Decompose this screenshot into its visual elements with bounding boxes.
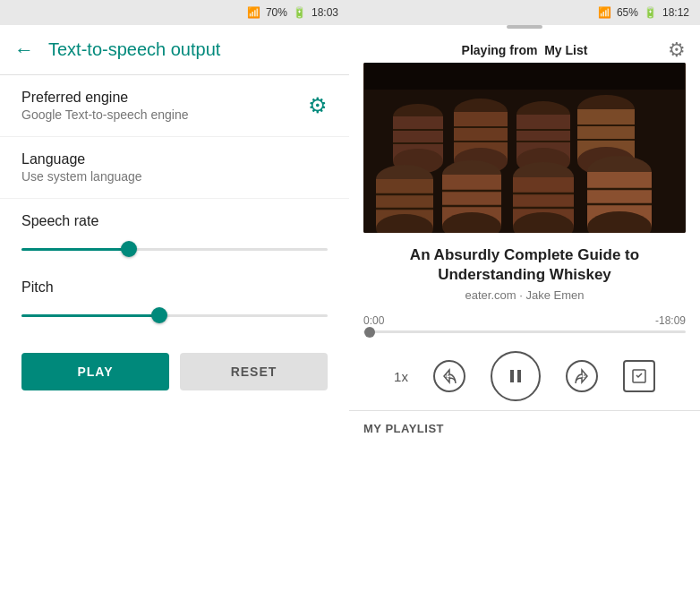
rewind-icon: 15 — [440, 366, 459, 386]
time-row: 0:00 -18:09 — [363, 314, 686, 327]
pitch-track — [21, 314, 328, 317]
speed-button[interactable]: 1x — [394, 369, 408, 384]
speech-rate-label: Speech rate — [21, 213, 328, 229]
preferred-engine-row[interactable]: Preferred engine Google Text-to-speech e… — [0, 75, 349, 137]
battery-icon: 🔋 — [293, 6, 306, 19]
rewind-button[interactable]: 15 — [433, 360, 465, 392]
pause-icon — [505, 365, 526, 387]
time-start: 0:00 — [363, 314, 384, 327]
wifi-icon-right: 📶 — [598, 6, 611, 19]
progress-section: 0:00 -18:09 — [349, 307, 700, 337]
pitch-label: Pitch — [21, 279, 328, 296]
article-info: An Absurdly Complete Guide to Understand… — [349, 233, 700, 307]
svg-rect-43 — [510, 370, 514, 382]
svg-rect-41 — [364, 63, 685, 90]
controls-row: 1x 15 15 — [349, 337, 700, 410]
preferred-engine-text: Preferred engine Google Text-to-speech e… — [21, 90, 189, 122]
barrel-scene — [363, 63, 686, 233]
time-end: -18:09 — [655, 314, 686, 327]
preferred-engine-label: Preferred engine — [21, 90, 189, 106]
svg-rect-44 — [517, 370, 521, 382]
progress-track[interactable] — [363, 330, 686, 333]
pitch-slider[interactable] — [21, 306, 328, 324]
wifi-icon: 📶 — [247, 6, 260, 19]
battery-right: 65% — [617, 6, 638, 19]
pause-button[interactable] — [491, 351, 541, 401]
pitch-fill — [21, 314, 159, 317]
left-panel: 📶 70% 🔋 18:03 ← Text-to-speech output Pr… — [0, 0, 349, 609]
signal-strength: 70% — [266, 6, 287, 19]
pitch-section: Pitch — [0, 265, 349, 331]
forward-icon: 15 — [572, 366, 592, 386]
article-source: eater.com · Jake Emen — [363, 288, 686, 302]
barrel-svg — [363, 63, 686, 233]
engine-settings-icon[interactable]: ⚙ — [308, 93, 328, 118]
settings-content: Preferred engine Google Text-to-speech e… — [0, 75, 349, 609]
playlist-label: MY PLAYLIST — [363, 422, 686, 435]
playlist-section: MY PLAYLIST — [349, 410, 700, 446]
svg-text:15: 15 — [581, 373, 587, 379]
speech-rate-slider[interactable] — [21, 240, 328, 258]
article-title: An Absurdly Complete Guide to Understand… — [363, 245, 686, 285]
speech-rate-section: Speech rate — [0, 199, 349, 265]
speech-rate-thumb[interactable] — [121, 241, 137, 257]
speech-rate-track — [21, 248, 328, 251]
language-row[interactable]: Language Use system language — [0, 137, 349, 199]
pitch-thumb[interactable] — [151, 307, 167, 323]
page-title: Text-to-speech output — [48, 39, 220, 60]
language-label: Language — [21, 151, 142, 167]
time-right: 18:12 — [662, 6, 689, 19]
forward-button[interactable]: 15 — [566, 360, 598, 392]
language-text: Language Use system language — [21, 151, 142, 184]
reset-button[interactable]: RESET — [180, 353, 328, 390]
right-panel: 📶 65% 🔋 18:12 Playing from My List ⚙ — [349, 0, 700, 609]
play-button[interactable]: PLAY — [21, 353, 169, 390]
speech-rate-fill — [21, 248, 129, 251]
bookmark-icon — [631, 368, 647, 384]
bookmark-button[interactable] — [623, 360, 655, 392]
status-bar-right: 📶 65% 🔋 18:12 — [349, 0, 700, 25]
back-button[interactable]: ← — [14, 39, 34, 62]
progress-thumb[interactable] — [364, 327, 375, 338]
svg-text:15: 15 — [445, 373, 451, 379]
time-left: 18:03 — [312, 6, 338, 19]
preferred-engine-value: Google Text-to-speech engine — [21, 107, 189, 122]
drag-handle — [507, 25, 542, 29]
action-buttons: PLAY RESET — [0, 331, 349, 412]
list-name: My List — [544, 43, 587, 57]
playing-header: Playing from My List ⚙ — [349, 34, 700, 63]
language-value: Use system language — [21, 169, 142, 184]
article-image — [363, 63, 686, 233]
player-settings-icon[interactable]: ⚙ — [668, 39, 686, 62]
header-left: ← Text-to-speech output — [0, 25, 349, 75]
playing-from-text: Playing from My List — [462, 43, 588, 57]
battery-icon-right: 🔋 — [644, 6, 657, 19]
status-bar-left: 📶 70% 🔋 18:03 — [0, 0, 349, 25]
